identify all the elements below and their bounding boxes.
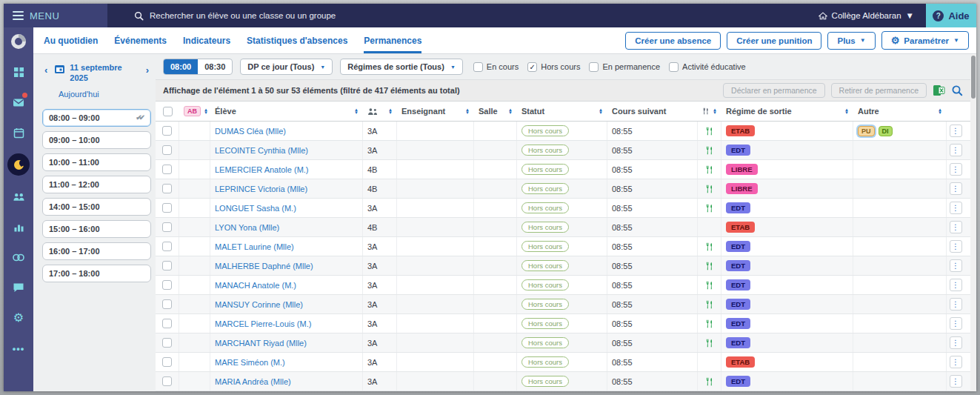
sort-regime[interactable]: ▲▼ [844, 108, 849, 114]
row-actions-button[interactable]: ⋮ [950, 298, 962, 311]
checkbox-box[interactable] [669, 62, 679, 72]
row-checkbox[interactable] [162, 261, 172, 270]
student-name-link[interactable]: LEMERCIER Anatole (M.) [215, 165, 309, 174]
row-actions-button[interactable]: ⋮ [950, 221, 962, 233]
prev-day-button[interactable]: ‹ [42, 63, 50, 77]
tab-statistiques-d-absences[interactable]: Statistiques d'absences [247, 27, 347, 53]
plus-button[interactable]: Plus▼ [827, 32, 875, 50]
sort-statut[interactable]: ▲▼ [599, 108, 603, 114]
row-checkbox[interactable] [162, 126, 172, 136]
time-toggle-0800[interactable]: 08:00 [164, 59, 198, 74]
filter-checkbox-en-cours[interactable]: En cours [473, 62, 519, 72]
sidebar-item-settings[interactable]: ⚙ [9, 308, 28, 328]
row-checkbox[interactable] [162, 184, 172, 193]
checkbox-box[interactable]: ✓ [527, 62, 537, 72]
row-checkbox[interactable] [162, 299, 172, 309]
retirer-permanence-button[interactable]: Retirer de permanence [831, 83, 927, 98]
sort-autre[interactable]: ▲▼ [938, 108, 942, 114]
row-actions-button[interactable]: ⋮ [950, 279, 962, 291]
row-checkbox[interactable] [162, 145, 172, 155]
select-all-checkbox[interactable] [163, 107, 173, 116]
scrollbar-thumb[interactable] [971, 56, 976, 99]
declare-permanence-button[interactable]: Déclarer en permanence [723, 83, 825, 98]
sidebar-item-messages[interactable] [9, 93, 28, 112]
row-actions-button[interactable]: ⋮ [950, 375, 962, 388]
timeslot-item[interactable]: 08:00 – 09:00✔✔ [42, 109, 151, 127]
student-name-link[interactable]: MARIA Andréa (Mlle) [215, 377, 291, 386]
sidebar-item-vie-scolaire-active[interactable] [7, 153, 30, 176]
create-punition-button[interactable]: Créer une punition [727, 32, 821, 50]
timeslot-item[interactable]: 10:00 – 11:00 [42, 153, 151, 171]
row-actions-button[interactable]: ⋮ [950, 125, 962, 137]
table-search-icon[interactable] [951, 84, 963, 96]
student-name-link[interactable]: MALHERBE Daphné (Mlle) [215, 262, 313, 270]
filter-checkbox-en-permanence[interactable]: En permanence [589, 62, 660, 72]
sort-classe[interactable]: ▲▼ [388, 108, 393, 114]
sort-enseignant[interactable]: ▲▼ [465, 108, 470, 114]
sidebar-item-students[interactable] [9, 187, 28, 206]
student-name-link[interactable]: MANSUY Corinne (Mlle) [215, 300, 303, 309]
dp-dropdown[interactable]: DP ce jour (Tous)▼ [240, 59, 333, 75]
row-actions-button[interactable]: ⋮ [950, 240, 962, 253]
tab-indicateurs[interactable]: Indicateurs [183, 27, 230, 53]
row-actions-button[interactable]: ⋮ [950, 202, 962, 214]
row-actions-button[interactable]: ⋮ [950, 317, 962, 330]
today-link[interactable]: Aujourd'hui [59, 90, 151, 99]
student-name-link[interactable]: MARE Siméon (M.) [215, 358, 285, 367]
row-actions-button[interactable]: ⋮ [950, 336, 962, 349]
sidebar-item-chat[interactable] [9, 278, 28, 297]
row-checkbox[interactable] [162, 338, 172, 348]
parametrer-button[interactable]: ⚙Paramétrer▼ [881, 31, 969, 50]
student-name-link[interactable]: DUMAS Cléa (Mlle) [215, 127, 286, 136]
row-checkbox[interactable] [162, 319, 172, 328]
student-name-link[interactable]: MALET Laurine (Mlle) [215, 242, 294, 251]
timeslot-item[interactable]: 16:00 – 17:00 [42, 242, 151, 260]
row-checkbox[interactable] [162, 357, 172, 367]
row-actions-button[interactable]: ⋮ [950, 182, 962, 195]
regimes-dropdown[interactable]: Régimes de sortie (Tous)▼ [340, 59, 463, 75]
sort-eleve[interactable]: ▲▼ [354, 108, 359, 114]
sidebar-item-dashboard[interactable] [9, 62, 28, 82]
sidebar-item-more[interactable]: ••• [9, 339, 28, 358]
current-date[interactable]: 11 septembre2025 [70, 63, 121, 84]
sort-ab[interactable]: ▲▼ [204, 108, 208, 114]
row-checkbox[interactable] [162, 203, 172, 213]
timeslot-item[interactable]: 11:00 – 12:00 [42, 176, 151, 193]
next-day-button[interactable]: › [144, 63, 151, 77]
sidebar-item-calendar[interactable] [9, 123, 28, 142]
sidebar-item-links[interactable] [9, 248, 28, 267]
tab--v-nements[interactable]: Événements [114, 27, 167, 53]
filter-checkbox-hors-cours[interactable]: ✓Hors cours [527, 62, 580, 72]
student-name-link[interactable]: LECOINTE Cynthia (Mlle) [215, 146, 308, 155]
student-name-link[interactable]: LONGUET Sasha (M.) [215, 204, 296, 213]
excel-export-icon[interactable] [933, 84, 945, 96]
student-name-link[interactable]: LYON Yona (Mlle) [215, 223, 279, 232]
tab-au-quotidien[interactable]: Au quotidien [44, 27, 98, 53]
vertical-scrollbar[interactable] [970, 54, 976, 391]
checkbox-box[interactable] [589, 62, 599, 72]
row-checkbox[interactable] [162, 376, 172, 386]
row-actions-button[interactable]: ⋮ [950, 356, 962, 368]
student-name-link[interactable]: MARCHANT Riyad (Mlle) [215, 339, 307, 348]
checkbox-box[interactable] [473, 62, 483, 72]
sort-demi-pension[interactable]: ▲▼ [713, 108, 717, 114]
timeslot-item[interactable]: 17:00 – 18:00 [42, 265, 151, 282]
row-actions-button[interactable]: ⋮ [950, 163, 962, 176]
row-actions-button[interactable]: ⋮ [950, 144, 962, 156]
row-checkbox[interactable] [162, 242, 172, 251]
timeslot-item[interactable]: 09:00 – 10:00 [42, 131, 151, 149]
help-button[interactable]: ? Aide [926, 4, 976, 27]
create-absence-button[interactable]: Créer une absence [625, 32, 721, 50]
calendar-picker-icon[interactable] [54, 64, 65, 74]
student-name-link[interactable]: LEPRINCE Victoria (Mlle) [215, 185, 307, 193]
menu-button[interactable]: MENU [4, 4, 107, 27]
filter-checkbox-activit-ducative[interactable]: Activité éducative [669, 62, 746, 72]
school-selector[interactable]: Collège Aldébaran ▼ [807, 4, 926, 27]
timeslot-item[interactable]: 15:00 – 16:00 [42, 220, 151, 238]
timeslot-item[interactable]: 14:00 – 15:00 [42, 198, 151, 216]
sort-salle[interactable]: ▲▼ [508, 108, 513, 114]
tab-permanences[interactable]: Permanences [364, 27, 421, 53]
row-actions-button[interactable]: ⋮ [950, 259, 962, 272]
sidebar-item-stats[interactable] [9, 217, 28, 236]
global-search-input[interactable]: Rechercher un élève ou une classe ou un … [107, 4, 807, 27]
